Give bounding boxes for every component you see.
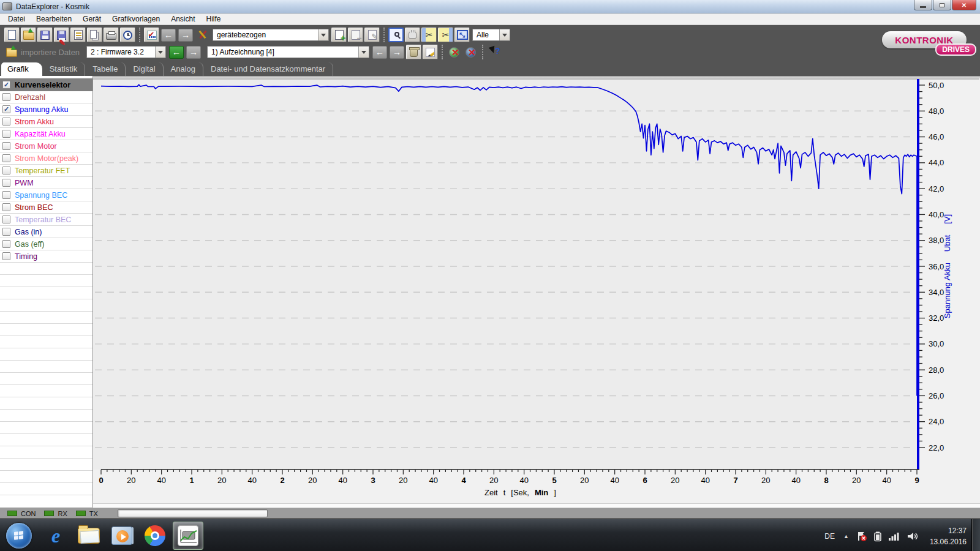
taskbar-item-dataexplorer[interactable] bbox=[173, 522, 203, 550]
chevron-down-icon[interactable] bbox=[155, 47, 165, 58]
curve-row-spannung-akku[interactable]: ✓Spannung Akku bbox=[0, 103, 92, 116]
menu-hilfe[interactable]: Hilfe bbox=[200, 13, 226, 24]
curve-row-gas-eff[interactable]: Gas (eff) bbox=[0, 238, 92, 250]
volume-icon[interactable] bbox=[907, 531, 919, 542]
checkbox-strom-motor[interactable] bbox=[2, 142, 10, 150]
remove-object-button[interactable] bbox=[348, 28, 363, 42]
prev-record-button[interactable]: ← bbox=[372, 46, 387, 59]
curve-row-kapazit-t-akku[interactable]: Kapazität Akku bbox=[0, 128, 92, 140]
checkbox-strom-bec[interactable] bbox=[2, 203, 10, 211]
context-help-button[interactable] bbox=[487, 45, 502, 59]
curve-row-gas-in[interactable]: Gas (in) bbox=[0, 226, 92, 238]
chevron-down-icon[interactable] bbox=[499, 29, 510, 40]
chevron-down-icon[interactable] bbox=[318, 29, 328, 40]
curve-row-drehzahl[interactable]: Drehzahl bbox=[0, 91, 92, 103]
tab-tabelle[interactable]: Tabelle bbox=[85, 62, 126, 76]
copy-view-button[interactable] bbox=[87, 28, 102, 42]
checkbox-kapazit-t-akku[interactable] bbox=[2, 130, 10, 138]
checkbox-timing[interactable] bbox=[2, 252, 10, 260]
next-channel-button[interactable]: → bbox=[186, 46, 201, 59]
taskbar-item-chrome[interactable] bbox=[140, 522, 170, 550]
action-center-flag-icon[interactable] bbox=[856, 531, 867, 542]
curve-filter-combo[interactable]: Alle bbox=[472, 29, 510, 41]
tab-digital[interactable]: Digital bbox=[126, 62, 163, 76]
cut-left-button[interactable]: ✂ bbox=[421, 28, 437, 42]
menu-ansicht[interactable]: Ansicht bbox=[165, 13, 200, 24]
curve-row-strom-akku[interactable]: Strom Akku bbox=[0, 116, 92, 128]
hide-all-curves-button[interactable] bbox=[463, 45, 478, 59]
close-button[interactable]: ✕ bbox=[952, 0, 976, 10]
tray-clock[interactable]: 12:37 13.06.2016 bbox=[930, 525, 967, 547]
cut-right-button[interactable]: ✂ bbox=[438, 28, 453, 42]
tab-grafik[interactable]: Grafik bbox=[1, 62, 42, 76]
time-button[interactable] bbox=[120, 28, 135, 42]
voltage-chart[interactable]: 22,024,026,028,030,032,034,036,038,040,0… bbox=[93, 76, 979, 508]
new-file-button[interactable] bbox=[4, 28, 20, 42]
import-data-button[interactable]: importiere Daten bbox=[6, 47, 80, 57]
taskbar-item-mediaplayer[interactable] bbox=[107, 522, 137, 550]
curve-row-pwm[interactable]: PWM bbox=[0, 177, 92, 189]
curve-row-strom-motor-peak[interactable]: Strom Motor(peak) bbox=[0, 152, 92, 165]
history-back-button[interactable]: ← bbox=[161, 29, 176, 42]
history-forward-button[interactable]: → bbox=[178, 29, 193, 42]
chevron-down-icon[interactable] bbox=[358, 47, 369, 58]
minimize-button[interactable] bbox=[914, 0, 932, 10]
edit-object-button[interactable] bbox=[364, 28, 380, 42]
prev-channel-button[interactable]: ← bbox=[169, 46, 184, 59]
checkbox-temperatur-fet[interactable] bbox=[2, 167, 10, 174]
checkbox-strom-motor-peak[interactable] bbox=[2, 154, 10, 162]
curve-selector-checkbox[interactable]: ✓ bbox=[2, 81, 10, 89]
device-toolbox-button[interactable] bbox=[195, 28, 210, 42]
graphics-template-combo[interactable]: gerätebezogen bbox=[213, 29, 329, 41]
menu-grafikvorlagen[interactable]: Grafikvorlagen bbox=[107, 13, 165, 24]
graphics-template-value: gerätebezogen bbox=[213, 31, 318, 39]
open-file-button[interactable] bbox=[21, 28, 36, 42]
tab-statistik[interactable]: Statistik bbox=[42, 62, 86, 76]
save-button[interactable] bbox=[37, 28, 53, 42]
checkbox-temperatur-bec[interactable] bbox=[2, 216, 10, 223]
checkbox-spannung-akku[interactable]: ✓ bbox=[2, 105, 10, 113]
checkbox-strom-akku[interactable] bbox=[2, 118, 10, 126]
add-object-button[interactable] bbox=[331, 28, 347, 42]
hidden-icons-chevron[interactable]: ▲ bbox=[843, 533, 849, 539]
graph-template-button[interactable] bbox=[144, 28, 159, 42]
tab-datei-und-datensatzkommentar[interactable]: Datei- und Datensatzkommentar bbox=[203, 62, 333, 76]
save-as-button[interactable] bbox=[54, 28, 69, 42]
fit-view-button[interactable]: ⤡ bbox=[454, 28, 470, 42]
record-combo[interactable]: 1) Aufzeichnung [4] bbox=[207, 46, 369, 58]
file-properties-button[interactable] bbox=[70, 28, 86, 42]
empty-row bbox=[0, 336, 92, 348]
svg-text:Spannung AkkuUbat[V]: Spannung AkkuUbat[V] bbox=[943, 214, 952, 318]
curve-row-strom-bec[interactable]: Strom BEC bbox=[0, 201, 92, 214]
battery-icon[interactable] bbox=[873, 531, 882, 542]
curve-row-temperatur-fet[interactable]: Temperatur FET bbox=[0, 165, 92, 177]
checkbox-spannung-bec[interactable] bbox=[2, 191, 10, 199]
print-button[interactable] bbox=[104, 28, 119, 42]
restore-button[interactable] bbox=[933, 0, 951, 10]
network-signal-icon[interactable] bbox=[888, 531, 900, 542]
curve-row-temperatur-bec[interactable]: Temperatur BEC bbox=[0, 214, 92, 226]
taskbar-item-ie[interactable]: e bbox=[40, 522, 71, 550]
show-desktop-button[interactable] bbox=[971, 519, 980, 551]
menu-ger-t[interactable]: Gerät bbox=[77, 13, 107, 24]
curve-row-timing[interactable]: Timing bbox=[0, 250, 92, 263]
curve-row-spannung-bec[interactable]: Spannung BEC bbox=[0, 189, 92, 201]
checkbox-pwm[interactable] bbox=[2, 179, 10, 187]
tab-analog[interactable]: Analog bbox=[164, 62, 203, 76]
delete-record-button[interactable] bbox=[406, 45, 421, 59]
language-indicator[interactable]: DE bbox=[824, 532, 835, 541]
curve-row-strom-motor[interactable]: Strom Motor bbox=[0, 140, 92, 152]
checkbox-drehzahl[interactable] bbox=[2, 93, 10, 101]
hide-curve-button[interactable] bbox=[447, 45, 462, 59]
edit-record-button[interactable] bbox=[423, 45, 438, 59]
menu-datei[interactable]: Datei bbox=[2, 13, 31, 24]
menu-bearbeiten[interactable]: Bearbeiten bbox=[31, 13, 77, 24]
checkbox-gas-in[interactable] bbox=[2, 228, 10, 236]
next-record-button[interactable]: → bbox=[390, 46, 404, 59]
start-button[interactable] bbox=[6, 523, 32, 549]
taskbar-item-explorer[interactable] bbox=[74, 522, 104, 550]
zoom-mode-button[interactable] bbox=[388, 28, 404, 42]
channel-combo[interactable]: 2 : Firmware 3.2 bbox=[86, 46, 166, 58]
pan-mode-button[interactable] bbox=[405, 28, 420, 42]
checkbox-gas-eff[interactable] bbox=[2, 240, 10, 248]
